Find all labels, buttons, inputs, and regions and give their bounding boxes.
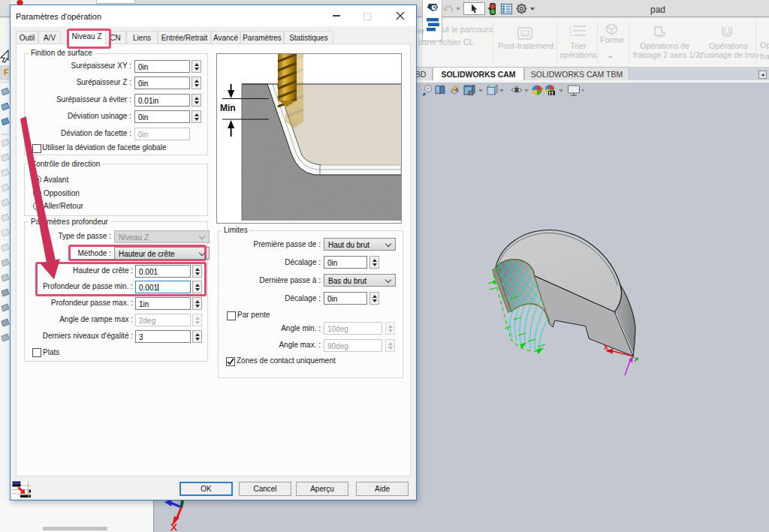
svg-text:3: 3 (569, 34, 572, 37)
svg-text:G1: G1 (522, 32, 529, 37)
svg-text:Min: Min (220, 103, 236, 113)
svg-text:A: A (455, 87, 459, 92)
svg-text:X: X (604, 344, 608, 351)
